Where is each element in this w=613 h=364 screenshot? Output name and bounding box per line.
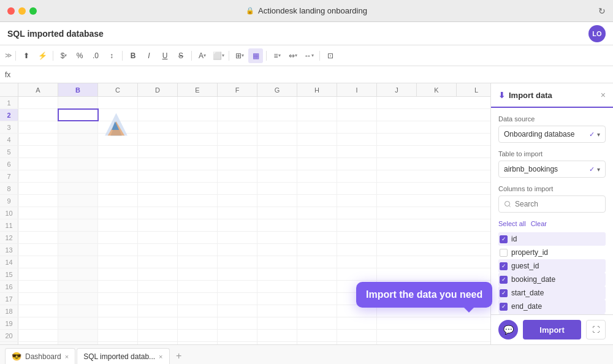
currency-button[interactable]: $▾: [56, 48, 71, 63]
column-item-end_date[interactable]: ✓end_date: [498, 300, 606, 313]
checkbox-start_date[interactable]: ✓: [500, 289, 508, 297]
close-traffic-light[interactable]: [7, 7, 15, 15]
column-label-id: id: [511, 235, 517, 243]
cell-c1[interactable]: [98, 97, 138, 108]
add-tab-button[interactable]: +: [171, 348, 187, 364]
cell-a2[interactable]: [18, 109, 58, 121]
column-item-guest_id[interactable]: ✓guest_id: [498, 259, 606, 273]
chart-button[interactable]: ⊡: [323, 48, 338, 63]
chat-button[interactable]: 💬: [498, 320, 518, 339]
panel-title: ⬇ Import data: [498, 91, 552, 100]
checkbox-guest_id[interactable]: ✓: [500, 262, 508, 270]
cell-e1[interactable]: [178, 97, 218, 108]
wrap-button[interactable]: ↔▾: [302, 48, 316, 63]
percent-button[interactable]: %: [72, 48, 87, 63]
col-header-h[interactable]: H: [297, 83, 337, 96]
app-title: SQL imported database: [7, 29, 104, 39]
expand-button[interactable]: ≫: [5, 51, 12, 59]
column-label-booking_date: booking_date: [511, 275, 555, 284]
table-row: 14: [0, 256, 490, 268]
column-item-booking_date[interactable]: ✓booking_date: [498, 273, 606, 286]
table-row: 2: [0, 109, 490, 121]
datasource-check-icon: ✓: [589, 131, 595, 138]
expand-panel-button[interactable]: ⛶: [586, 320, 606, 339]
underline-button[interactable]: U: [158, 48, 172, 63]
cell-h1[interactable]: [297, 97, 337, 108]
minimize-traffic-light[interactable]: [18, 7, 26, 15]
cell-g1[interactable]: [257, 97, 297, 108]
col-header-j[interactable]: J: [377, 83, 417, 96]
cell-i2[interactable]: [337, 109, 377, 121]
checkbox-end_date[interactable]: ✓: [500, 303, 508, 311]
cell-d2[interactable]: [138, 109, 178, 121]
cell-f2[interactable]: [218, 109, 257, 121]
refresh-button[interactable]: ↻: [598, 6, 606, 16]
checkbox-property_id[interactable]: [500, 249, 508, 257]
lock-icon: 🔒: [246, 7, 254, 15]
dashboard-tab-emoji: 😎: [12, 352, 21, 361]
sort-button[interactable]: ↕: [104, 48, 119, 63]
table-check-icon: ✓: [589, 165, 595, 173]
italic-button[interactable]: I: [142, 48, 156, 63]
cell-h2[interactable]: [297, 109, 337, 121]
borders-button[interactable]: ⊞▾: [232, 48, 247, 63]
cell-b2[interactable]: [58, 109, 98, 121]
merge-button[interactable]: ▦: [248, 48, 263, 63]
datasource-select[interactable]: Onboarding database ✓ ▾: [498, 126, 606, 143]
select-all-link[interactable]: Select all: [498, 220, 526, 227]
fullscreen-traffic-light[interactable]: [29, 7, 37, 15]
cell-e2[interactable]: [178, 109, 218, 121]
import-button[interactable]: Import: [523, 320, 581, 339]
halign-button[interactable]: ≡▾: [270, 48, 284, 63]
column-item-start_date[interactable]: ✓start_date: [498, 286, 606, 300]
bg-color-button[interactable]: ⬜▾: [211, 48, 226, 63]
cell-f1[interactable]: [218, 97, 257, 108]
col-header-d[interactable]: D: [138, 83, 178, 96]
upload-button[interactable]: ⬆: [19, 48, 34, 63]
table-row: 12: [0, 232, 490, 244]
col-header-g[interactable]: G: [257, 83, 297, 96]
user-avatar[interactable]: LO: [588, 25, 606, 42]
sql-tab-label: SQL imported datab...: [83, 352, 155, 361]
column-label-end_date: end_date: [511, 302, 542, 311]
checkbox-id[interactable]: ✓: [500, 235, 508, 243]
formula-input[interactable]: [28, 70, 608, 79]
tab-dashboard[interactable]: 😎 Dashboard ×: [5, 348, 75, 364]
col-header-a[interactable]: A: [18, 83, 58, 96]
cell-d1[interactable]: [138, 97, 178, 108]
toolbar-sep-4: [191, 51, 192, 61]
sql-tab-close[interactable]: ×: [159, 353, 162, 360]
col-header-k[interactable]: K: [417, 83, 457, 96]
valign-button[interactable]: ⇔▾: [286, 48, 300, 63]
col-header-c[interactable]: C: [98, 83, 138, 96]
datasource-label: Data source: [498, 115, 606, 123]
toolbar-sep-5: [229, 51, 229, 61]
strikethrough-button[interactable]: S: [173, 48, 188, 63]
cell-i1[interactable]: [337, 97, 377, 108]
font-color-button[interactable]: A▾: [195, 48, 210, 63]
checkbox-booking_date[interactable]: ✓: [500, 276, 508, 284]
col-header-f[interactable]: F: [218, 83, 257, 96]
decimal-button[interactable]: .0: [88, 48, 103, 63]
column-item-property_id[interactable]: property_id: [498, 246, 606, 259]
tab-sql-imported[interactable]: SQL imported datab... ×: [77, 348, 169, 364]
col-header-e[interactable]: E: [178, 83, 218, 96]
column-item-id[interactable]: ✓id: [498, 232, 606, 246]
cell-g2[interactable]: [257, 109, 297, 121]
panel-close-button[interactable]: ×: [601, 90, 606, 100]
dashboard-tab-close[interactable]: ×: [65, 353, 69, 360]
table-select[interactable]: airbnb_bookings ✓ ▾: [498, 161, 606, 178]
table-row: 10: [0, 207, 490, 219]
col-header-i[interactable]: I: [337, 83, 377, 96]
bold-button[interactable]: B: [126, 48, 140, 63]
lightning-button[interactable]: ⚡: [35, 48, 50, 63]
col-header-l[interactable]: L: [457, 83, 490, 96]
clear-link[interactable]: Clear: [531, 220, 547, 227]
cell-c2[interactable]: [98, 109, 138, 121]
toolbar-sep-7: [319, 51, 320, 61]
search-input[interactable]: [498, 195, 606, 213]
col-header-b[interactable]: B: [58, 83, 98, 96]
cell-b1[interactable]: [58, 97, 98, 108]
table-row: 13: [0, 244, 490, 256]
cell-a1[interactable]: [18, 97, 58, 108]
